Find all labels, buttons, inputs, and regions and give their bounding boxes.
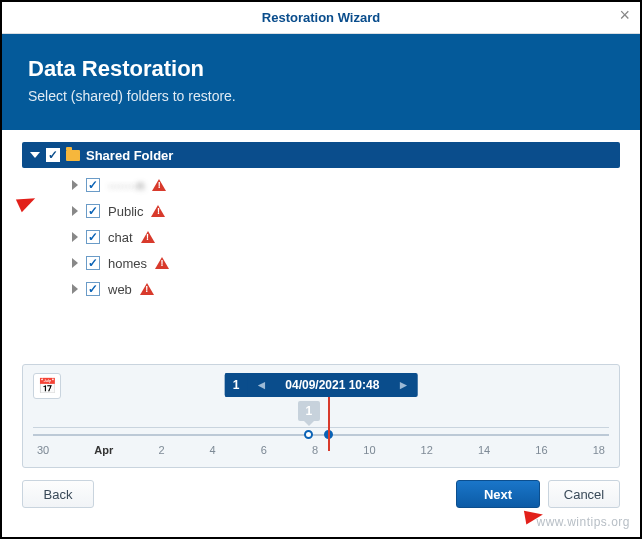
snapshot-count: 1 <box>225 373 248 397</box>
chevron-right-icon[interactable] <box>72 258 78 268</box>
warning-icon <box>151 205 165 217</box>
tick-label: 30 <box>37 444 49 456</box>
folder-label: Public <box>108 204 143 219</box>
timeline-axis[interactable]: 30 Apr 2 4 6 8 10 12 14 16 18 <box>33 427 609 463</box>
calendar-button[interactable]: 📅 <box>33 373 61 399</box>
tick-label: 10 <box>363 444 375 456</box>
tree-children: ✓ ········n ✓ Public ✓ chat ✓ homes ✓ we… <box>22 168 620 312</box>
tree-panel: ✓ Shared Folder ✓ ········n ✓ Public ✓ c… <box>2 130 640 312</box>
axis-ticks: 30 Apr 2 4 6 8 10 12 14 16 18 <box>33 444 609 456</box>
tick-label: 2 <box>158 444 164 456</box>
timeline-cursor[interactable] <box>328 397 330 451</box>
tree-root-row[interactable]: ✓ Shared Folder <box>22 142 620 168</box>
chevron-right-icon[interactable] <box>72 206 78 216</box>
prev-snapshot-button[interactable]: ◄ <box>247 373 275 397</box>
tick-label: 8 <box>312 444 318 456</box>
page-subtitle: Select (shared) folders to restore. <box>28 88 614 104</box>
chevron-right-icon[interactable] <box>72 180 78 190</box>
tree-row[interactable]: ✓ chat <box>22 224 620 250</box>
tick-label: 4 <box>210 444 216 456</box>
axis-line <box>33 434 609 436</box>
timeline-marker-badge: 1 <box>298 401 320 421</box>
checkbox-root[interactable]: ✓ <box>46 148 60 162</box>
warning-icon <box>140 283 154 295</box>
chevron-right-icon[interactable] <box>72 284 78 294</box>
page-title: Data Restoration <box>28 56 614 82</box>
annotation-arrow-icon <box>524 508 544 525</box>
wizard-title: Restoration Wizard <box>262 10 380 25</box>
next-button[interactable]: Next <box>456 480 540 508</box>
back-button[interactable]: Back <box>22 480 94 508</box>
chevron-right-icon[interactable] <box>72 232 78 242</box>
tree-row[interactable]: ✓ ········n <box>22 172 620 198</box>
checkbox[interactable]: ✓ <box>86 230 100 244</box>
next-snapshot-button[interactable]: ► <box>389 373 417 397</box>
tree-row[interactable]: ✓ web <box>22 276 620 302</box>
folder-label: homes <box>108 256 147 271</box>
warning-icon <box>155 257 169 269</box>
checkbox[interactable]: ✓ <box>86 178 100 192</box>
chevron-down-icon[interactable] <box>30 152 40 158</box>
cancel-button[interactable]: Cancel <box>548 480 620 508</box>
banner: Data Restoration Select (shared) folders… <box>2 34 640 130</box>
folder-icon <box>66 150 80 161</box>
checkbox[interactable]: ✓ <box>86 282 100 296</box>
folder-label: web <box>108 282 132 297</box>
checkbox[interactable]: ✓ <box>86 256 100 270</box>
tree-row[interactable]: ✓ homes <box>22 250 620 276</box>
titlebar: Restoration Wizard × <box>2 2 640 34</box>
checkbox[interactable]: ✓ <box>86 204 100 218</box>
snapshot-datetime: 04/09/2021 10:48 <box>275 373 389 397</box>
tick-label: Apr <box>94 444 113 456</box>
tick-label: 14 <box>478 444 490 456</box>
snapshot-dot[interactable] <box>304 430 313 439</box>
warning-icon <box>141 231 155 243</box>
folder-label: ········n <box>108 178 144 193</box>
tick-label: 16 <box>535 444 547 456</box>
footer: Back Next Cancel <box>2 468 640 520</box>
warning-icon <box>152 179 166 191</box>
calendar-icon: 📅 <box>38 377 57 395</box>
tick-label: 18 <box>593 444 605 456</box>
tick-label: 6 <box>261 444 267 456</box>
date-navigator: 1 ◄ 04/09/2021 10:48 ► <box>225 373 418 397</box>
timeline-panel: 📅 1 ◄ 04/09/2021 10:48 ► 1 30 Apr 2 4 6 … <box>22 364 620 468</box>
folder-label: chat <box>108 230 133 245</box>
tick-label: 12 <box>421 444 433 456</box>
tree-root-label: Shared Folder <box>86 148 173 163</box>
tree-row[interactable]: ✓ Public <box>22 198 620 224</box>
close-icon[interactable]: × <box>619 6 630 24</box>
